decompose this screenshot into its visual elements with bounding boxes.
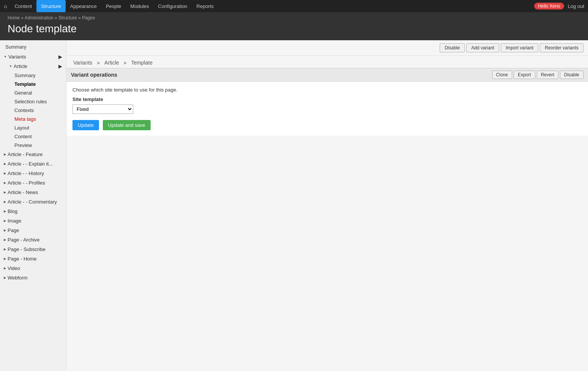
article-explain-tri-icon: ▶: [4, 162, 6, 166]
form-area: Choose which site template to use for th…: [66, 82, 588, 136]
sidebar-image[interactable]: ▶ Image: [0, 216, 66, 226]
sidebar-article-history[interactable]: ▶ Article - - History: [0, 169, 66, 178]
article-news-tri-icon: ▶: [4, 191, 6, 194]
webform-tri-icon: ▶: [4, 276, 6, 279]
variants-article: Article: [104, 60, 119, 66]
nav-modules[interactable]: Modules: [126, 0, 153, 12]
sidebar-article-general[interactable]: General: [11, 88, 66, 97]
page-subscribe-tri-icon: ▶: [4, 248, 6, 251]
form-select-row: Fixed Fluid Default: [72, 104, 582, 114]
sidebar-article-group: ▼ Article ▶ Summary Template General Sel…: [0, 62, 66, 150]
sidebar-article-summary[interactable]: Summary: [11, 71, 66, 80]
user-badge[interactable]: Hello Xeno: [534, 3, 564, 9]
site-template-label: Site template: [72, 96, 582, 102]
variants-tri-icon: ▼: [4, 55, 7, 58]
update-save-button[interactable]: Update and save: [103, 120, 151, 130]
page-home-tri-icon: ▶: [4, 257, 6, 260]
nav-configuration[interactable]: Configuration: [154, 0, 192, 12]
import-variant-button[interactable]: Import variant: [501, 43, 538, 52]
export-button[interactable]: Export: [514, 71, 535, 79]
sidebar-blog[interactable]: ▶ Blog: [0, 207, 66, 216]
breadcrumb-administration[interactable]: Administration: [25, 15, 53, 21]
sidebar-article-preview[interactable]: Preview: [11, 141, 66, 150]
page-archive-tri-icon: ▶: [4, 238, 6, 242]
sidebar-page-home[interactable]: ▶ Page - Home: [0, 254, 66, 264]
sidebar-variants-group[interactable]: ▼ Variants ▶: [0, 52, 66, 62]
sidebar: Summary ▼ Variants ▶ ▼ Article ▶ Summary…: [0, 40, 66, 371]
page-tri-icon: ▶: [4, 229, 6, 232]
sidebar-article-selection-rules[interactable]: Selection rules: [11, 97, 66, 106]
reorder-variants-button[interactable]: Reorder variants: [540, 43, 583, 52]
revert-button[interactable]: Revert: [537, 71, 558, 79]
add-variant-button[interactable]: Add variant: [466, 43, 499, 52]
sidebar-article-commentary[interactable]: ▶ Article - - Commentary: [0, 197, 66, 207]
sidebar-article-content[interactable]: Content: [11, 132, 66, 141]
article-arrow-icon: ▶: [58, 63, 62, 69]
update-button[interactable]: Update: [72, 120, 99, 130]
sidebar-video[interactable]: ▶ Video: [0, 264, 66, 273]
nav-content[interactable]: Content: [10, 0, 36, 12]
sidebar-page-archive[interactable]: ▶ Page - Archive: [0, 235, 66, 245]
variants-label: Variants: [73, 60, 92, 66]
breadcrumb: Home » Administration » Structure » Page…: [8, 15, 580, 21]
breadcrumb-home[interactable]: Home: [8, 15, 20, 21]
content-panel: Disable Add variant Import variant Reord…: [66, 40, 588, 371]
site-template-select[interactable]: Fixed Fluid Default: [72, 104, 133, 114]
variant-disable-button[interactable]: Disable: [560, 71, 583, 79]
top-navigation: ⌂ Content Structure Appearance People Mo…: [0, 0, 588, 12]
disable-button[interactable]: Disable: [440, 43, 465, 52]
variant-ops-buttons: Clone Export Revert Disable: [492, 71, 583, 79]
article-profiles-tri-icon: ▶: [4, 181, 6, 185]
nav-reports[interactable]: Reports: [192, 0, 219, 12]
nav-items: Content Structure Appearance People Modu…: [10, 0, 534, 12]
sidebar-article-meta-tags[interactable]: Meta tags: [11, 115, 66, 123]
sidebar-article-template[interactable]: Template: [11, 80, 66, 88]
breadcrumb-structure[interactable]: Structure: [58, 15, 77, 21]
form-description: Choose which site template to use for th…: [72, 87, 582, 93]
article-history-tri-icon: ▶: [4, 172, 6, 175]
sidebar-page-subscribe[interactable]: ▶ Page - Subscribe: [0, 245, 66, 254]
variants-arrow-icon: ▶: [58, 54, 62, 60]
clone-button[interactable]: Clone: [492, 71, 512, 79]
form-buttons: Update Update and save: [72, 120, 582, 130]
sidebar-article-feature[interactable]: ▶ Article - Feature: [0, 150, 66, 159]
sidebar-article-label[interactable]: ▼ Article ▶: [5, 62, 66, 71]
nav-people[interactable]: People: [101, 0, 126, 12]
article-subitems: Summary Template General Selection rules…: [5, 71, 66, 150]
main-area: Summary ▼ Variants ▶ ▼ Article ▶ Summary…: [0, 40, 588, 371]
logout-link[interactable]: Log out: [568, 3, 584, 9]
page-title: Node template: [8, 23, 580, 35]
nav-user-area: Hello Xeno Log out: [534, 3, 584, 9]
home-icon[interactable]: ⌂: [4, 3, 7, 9]
toolbar-row: Disable Add variant Import variant Reord…: [66, 40, 588, 56]
sidebar-webform[interactable]: ▶ Webform: [0, 273, 66, 283]
image-tri-icon: ▶: [4, 219, 6, 223]
sidebar-item-summary[interactable]: Summary: [0, 42, 66, 52]
article-tri-icon: ▼: [9, 65, 12, 68]
variants-breadcrumb: Variants » Article » Template: [66, 56, 588, 68]
page-header: Home » Administration » Structure » Page…: [0, 12, 588, 40]
sidebar-article-news[interactable]: ▶ Article - News: [0, 188, 66, 197]
sidebar-page[interactable]: ▶ Page: [0, 226, 66, 235]
variant-ops-header: Variant operations Clone Export Revert D…: [66, 68, 588, 82]
variant-ops-title: Variant operations: [71, 72, 117, 78]
article-feature-tri-icon: ▶: [4, 153, 6, 156]
article-commentary-tri-icon: ▶: [4, 200, 6, 204]
sidebar-article-contexts[interactable]: Contexts: [11, 106, 66, 115]
blog-tri-icon: ▶: [4, 210, 6, 213]
sidebar-article-layout[interactable]: Layout: [11, 123, 66, 132]
nav-structure[interactable]: Structure: [36, 0, 66, 12]
breadcrumb-pages[interactable]: Pages: [82, 15, 95, 21]
sidebar-article-profiles[interactable]: ▶ Article - - Profiles: [0, 178, 66, 188]
video-tri-icon: ▶: [4, 267, 6, 270]
variants-template: Template: [131, 60, 153, 66]
sidebar-article-explain[interactable]: ▶ Article - - Explain it...: [0, 159, 66, 169]
nav-appearance[interactable]: Appearance: [66, 0, 101, 12]
